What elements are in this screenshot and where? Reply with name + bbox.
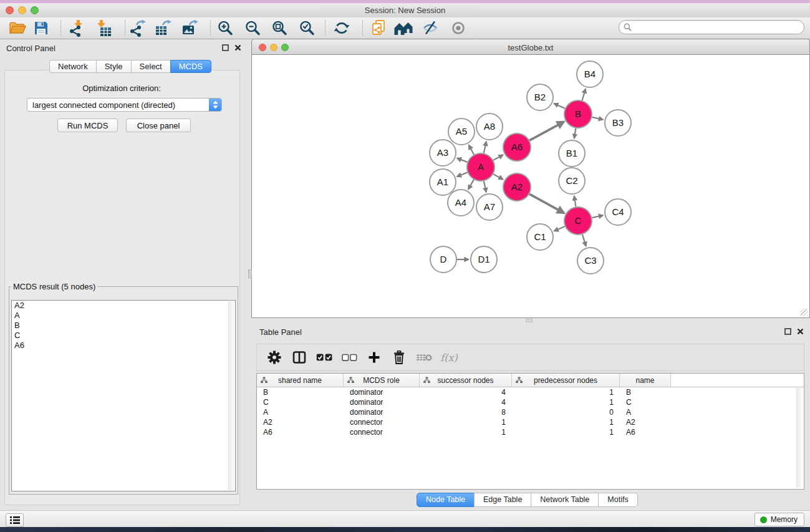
table-cell[interactable]: 0 bbox=[512, 407, 620, 417]
zoom-out-button[interactable] bbox=[241, 19, 264, 37]
table-cell[interactable]: 4 bbox=[420, 397, 512, 407]
hide-graphics-details-button[interactable] bbox=[418, 19, 442, 37]
table-cell[interactable]: connector bbox=[344, 427, 420, 437]
column-header-name[interactable]: name bbox=[620, 374, 671, 387]
table-cell[interactable]: B bbox=[620, 387, 671, 397]
network-graph[interactable]: B4B2BB3A8A5A6B1A3AA1C2A2A4A7C4CC1C3DD1 bbox=[252, 55, 809, 317]
close-panel-icon[interactable] bbox=[234, 44, 241, 51]
float-panel-icon[interactable] bbox=[784, 328, 791, 335]
show-columns-button[interactable] bbox=[287, 351, 312, 364]
main-titlebar[interactable]: Session: New Session bbox=[0, 3, 810, 18]
deselect-all-button[interactable] bbox=[337, 354, 362, 362]
column-header-successor-nodes[interactable]: successor nodes bbox=[420, 374, 512, 387]
table-cell[interactable]: 1 bbox=[420, 427, 512, 437]
network-view-canvas[interactable]: B4B2BB3A8A5A6B1A3AA1C2A2A4A7C4CC1C3DD1 bbox=[251, 55, 810, 318]
result-item[interactable]: A2 bbox=[12, 301, 235, 311]
create-column-button[interactable] bbox=[362, 351, 387, 364]
table-row[interactable]: Bdominator41B bbox=[257, 387, 804, 397]
tab-network[interactable]: Network bbox=[49, 60, 97, 73]
table-cell[interactable]: 8 bbox=[420, 407, 512, 417]
table-cell[interactable]: A bbox=[257, 407, 344, 417]
column-header-MCDS-role[interactable]: MCDS role bbox=[344, 374, 420, 387]
new-network-from-selection-button[interactable] bbox=[367, 19, 390, 37]
table-cell[interactable]: B bbox=[257, 387, 344, 397]
table-cell[interactable]: C bbox=[257, 397, 344, 407]
column-header-shared-name[interactable]: shared name bbox=[257, 374, 344, 387]
function-builder-button[interactable]: f(x) bbox=[436, 352, 461, 364]
close-panel-icon[interactable] bbox=[797, 328, 804, 335]
table-cell[interactable]: 1 bbox=[512, 427, 620, 437]
delete-table-button[interactable] bbox=[412, 352, 436, 362]
export-table-button[interactable] bbox=[151, 19, 175, 37]
table-cell[interactable]: dominator bbox=[344, 397, 420, 407]
table-cell[interactable]: 4 bbox=[420, 387, 512, 397]
table-cell[interactable]: dominator bbox=[344, 387, 420, 397]
table-cell[interactable]: A6 bbox=[257, 427, 344, 437]
dropdown-stepper[interactable] bbox=[209, 99, 221, 111]
edge-A-A2[interactable] bbox=[493, 174, 503, 180]
table-cell[interactable]: A bbox=[620, 407, 671, 417]
tab-motifs[interactable]: Motifs bbox=[598, 493, 637, 507]
column-header-predecessor-nodes[interactable]: predecessor nodes bbox=[512, 374, 620, 387]
tab-style[interactable]: Style bbox=[96, 60, 132, 73]
tab-network-table[interactable]: Network Table bbox=[531, 493, 599, 507]
apply-preferred-layout-button[interactable] bbox=[392, 19, 415, 37]
zoom-in-button[interactable] bbox=[213, 19, 237, 37]
table-cell[interactable]: 1 bbox=[512, 397, 620, 407]
edge-A-A4[interactable] bbox=[468, 180, 474, 190]
result-list-scrollbar[interactable] bbox=[228, 301, 234, 490]
result-item[interactable]: A bbox=[12, 311, 235, 321]
table-cell[interactable]: A6 bbox=[620, 427, 671, 437]
tab-node-table[interactable]: Node Table bbox=[417, 493, 475, 507]
edge-B-B4[interactable] bbox=[582, 89, 586, 100]
node-table[interactable]: shared nameMCDS rolesuccessor nodesprede… bbox=[256, 373, 804, 490]
table-cell[interactable]: dominator bbox=[344, 407, 420, 417]
edge-C-C4[interactable] bbox=[592, 215, 603, 218]
edge-B-B2[interactable] bbox=[554, 104, 565, 109]
network-window-titlebar[interactable]: testGlobe.txt bbox=[251, 39, 810, 55]
import-network-button[interactable] bbox=[64, 19, 88, 37]
table-row[interactable]: Adominator80A bbox=[257, 407, 804, 417]
table-cell[interactable]: 1 bbox=[512, 387, 620, 397]
open-session-button[interactable] bbox=[6, 19, 29, 37]
tab-edge-table[interactable]: Edge Table bbox=[474, 493, 531, 507]
refresh-view-button[interactable] bbox=[330, 19, 354, 37]
table-row[interactable]: Cdominator41C bbox=[257, 397, 804, 407]
edge-A-A1[interactable] bbox=[457, 172, 468, 177]
table-cell[interactable]: A2 bbox=[620, 417, 671, 427]
save-session-button[interactable] bbox=[29, 19, 53, 37]
table-cell[interactable]: 1 bbox=[420, 417, 512, 427]
edge-A-A6[interactable] bbox=[493, 155, 503, 160]
edge-B-B3[interactable] bbox=[592, 117, 603, 120]
table-scrollbar[interactable] bbox=[796, 388, 803, 488]
close-panel-button[interactable]: Close panel bbox=[126, 118, 191, 132]
window-resize-grip[interactable] bbox=[801, 309, 808, 316]
edge-A-A7[interactable] bbox=[484, 181, 486, 192]
vertical-splitter-handle[interactable] bbox=[526, 319, 533, 322]
table-row[interactable]: A2connector11A2 bbox=[257, 417, 804, 427]
table-cell[interactable]: C bbox=[620, 397, 671, 407]
zoom-fit-button[interactable] bbox=[268, 19, 291, 37]
edge-C-C2[interactable] bbox=[574, 196, 576, 206]
result-item[interactable]: B bbox=[12, 321, 235, 331]
select-all-button[interactable] bbox=[312, 353, 337, 362]
import-table-button[interactable] bbox=[92, 19, 115, 37]
table-cell[interactable]: connector bbox=[344, 417, 420, 427]
table-cell[interactable]: A2 bbox=[257, 417, 344, 427]
tab-select[interactable]: Select bbox=[131, 60, 171, 73]
task-history-button[interactable] bbox=[6, 513, 24, 527]
run-mcds-button[interactable]: Run MCDS bbox=[57, 118, 118, 132]
edge-A6-B[interactable] bbox=[529, 122, 564, 140]
edge-B-B1[interactable] bbox=[574, 128, 576, 138]
zoom-selected-button[interactable] bbox=[295, 19, 319, 37]
export-image-button[interactable] bbox=[178, 19, 201, 37]
result-item[interactable]: C bbox=[12, 331, 235, 341]
edge-C-C3[interactable] bbox=[582, 235, 586, 246]
criterion-dropdown[interactable]: largest connected component (directed) bbox=[27, 98, 222, 112]
table-cell[interactable]: 1 bbox=[512, 417, 620, 427]
edge-A-A3[interactable] bbox=[457, 158, 468, 162]
export-network-button[interactable] bbox=[125, 19, 149, 37]
tab-mcds[interactable]: MCDS bbox=[170, 60, 211, 73]
memory-status-button[interactable]: Memory bbox=[755, 513, 804, 526]
edge-C-C1[interactable] bbox=[554, 226, 565, 231]
